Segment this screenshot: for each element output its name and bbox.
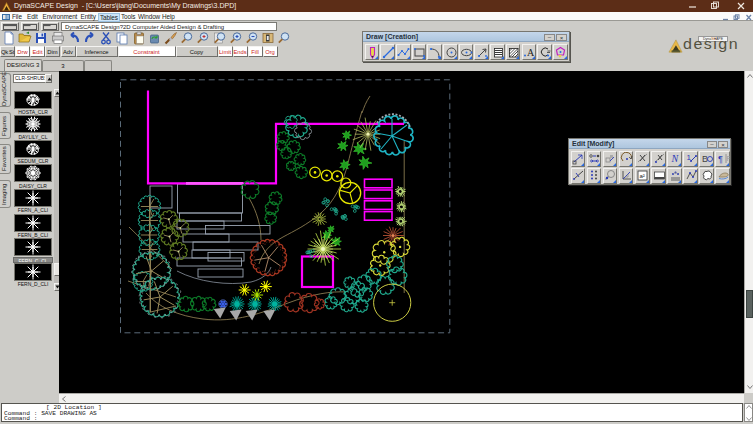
svg-text:N: N xyxy=(670,153,679,164)
svg-text:a²: a² xyxy=(640,173,645,179)
svg-text:P: P xyxy=(726,155,730,162)
svg-text:A: A xyxy=(527,47,535,58)
svg-text:¶: ¶ xyxy=(718,154,723,164)
